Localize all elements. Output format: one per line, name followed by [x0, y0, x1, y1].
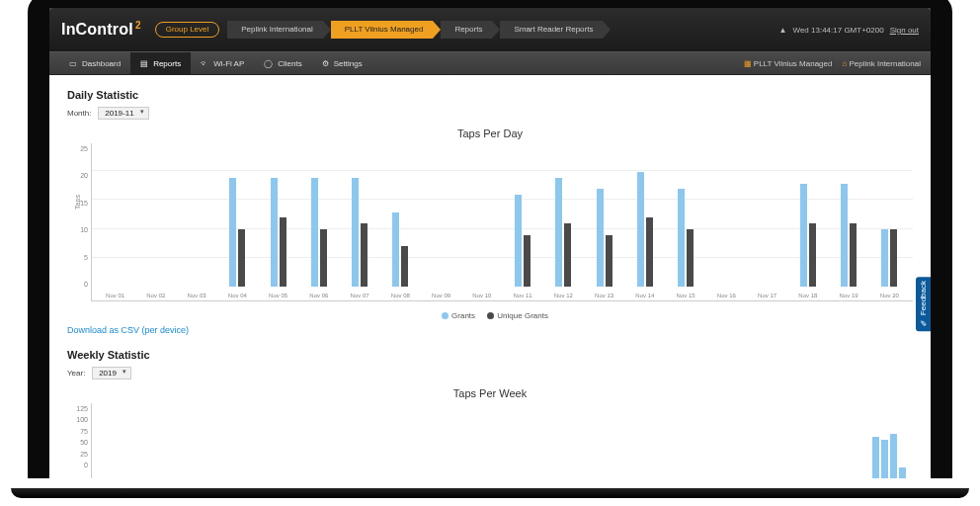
x-label: Nov 10: [462, 290, 501, 301]
bar-unique[interactable]: [687, 229, 694, 287]
bar-category: Nov 01: [96, 143, 134, 300]
brand-sup: 2: [135, 20, 141, 31]
x-label: Nov 19: [830, 290, 868, 301]
bar-grants[interactable]: [637, 172, 644, 287]
bar-unique[interactable]: [280, 217, 286, 287]
nav-icon: ᯤ: [201, 59, 208, 68]
breadcrumb-item[interactable]: Smart Reader Reports: [500, 21, 603, 39]
nav-dashboard[interactable]: ▭Dashboard: [59, 52, 130, 74]
month-select[interactable]: 2019-11: [98, 107, 148, 120]
bar-category: Nov 12: [544, 143, 583, 300]
bar-category: Nov 18: [788, 143, 827, 300]
feedback-tab[interactable]: ✎ Feedback: [916, 277, 931, 331]
bar-grants[interactable]: [311, 178, 318, 287]
bar-unique[interactable]: [564, 223, 571, 287]
nav-label: Reports: [153, 59, 181, 68]
breadcrumb-item[interactable]: Peplink International: [227, 21, 323, 39]
x-label: Nov 04: [218, 290, 257, 301]
bar-category: Nov 07: [341, 143, 379, 300]
bar-unique[interactable]: [320, 229, 327, 287]
signout-link[interactable]: Sign out: [890, 26, 919, 35]
nav-icon: ▭: [69, 59, 77, 68]
comment-icon: ✎: [919, 318, 928, 327]
year-label: Year:: [67, 369, 85, 378]
feedback-label: Feedback: [919, 281, 928, 315]
bar-unique[interactable]: [401, 246, 408, 287]
ytick: 100: [67, 416, 91, 423]
legend: Grants Unique Grants: [67, 311, 913, 320]
x-label: Nov 17: [748, 290, 786, 301]
nav-clients[interactable]: ◯Clients: [254, 52, 311, 74]
bar-category: Nov 06: [299, 143, 338, 300]
topbar: InControl2 Group LevelPeplink Internatio…: [49, 8, 931, 51]
bar-unique[interactable]: [646, 217, 653, 287]
nav-label: Settings: [334, 59, 363, 68]
bar-category: Nov 16: [707, 143, 746, 300]
bar-grants[interactable]: [229, 178, 236, 287]
bar-category: Nov 15: [667, 143, 705, 300]
weekly-chart-title: Taps Per Week: [67, 387, 913, 399]
topbar-right: ▲ Wed 13:44:17 GMT+0200 Sign out: [779, 26, 919, 35]
bar-grants[interactable]: [271, 178, 278, 287]
bar-category: Nov 03: [178, 143, 216, 300]
weekly-plot: [91, 403, 913, 478]
nav-settings[interactable]: ⚙Settings: [312, 52, 372, 74]
bar-grants[interactable]: [800, 184, 807, 287]
ytick: 0: [67, 462, 91, 468]
bar-category: Nov 05: [259, 143, 297, 300]
bar-unique[interactable]: [361, 223, 368, 287]
year-select[interactable]: 2019: [92, 367, 131, 380]
year-value: 2019: [99, 369, 117, 378]
bar-category: Nov 08: [381, 143, 420, 300]
bell-icon[interactable]: ▲: [779, 26, 787, 35]
x-label: Nov 08: [381, 290, 420, 301]
bar-grants[interactable]: [515, 195, 522, 287]
bar-category: Nov 02: [136, 143, 175, 300]
bar-unique[interactable]: [850, 223, 857, 287]
weekly-title: Weekly Statistic: [67, 349, 913, 361]
main-nav: ▭Dashboard▤ReportsᯤWi-Fi AP◯Clients⚙Sett…: [49, 51, 931, 75]
breadcrumb-item[interactable]: Group Level: [155, 22, 220, 38]
ytick: 75: [67, 428, 91, 435]
x-label: Nov 07: [341, 290, 379, 301]
bar-unique[interactable]: [606, 235, 612, 287]
x-label: Nov 12: [544, 290, 583, 301]
breadcrumb-item[interactable]: Reports: [441, 21, 492, 39]
bar-grants[interactable]: [392, 212, 399, 287]
nav-right-item[interactable]: ⌂ Peplink International: [842, 59, 921, 68]
bar-grants[interactable]: [555, 178, 562, 287]
month-label: Month:: [67, 109, 91, 118]
bar-unique[interactable]: [524, 235, 531, 287]
download-csv-link[interactable]: Download as CSV (per device): [67, 325, 189, 335]
bar-grants[interactable]: [678, 189, 685, 287]
ytick: 0: [67, 281, 91, 288]
bar-category: Nov 13: [585, 143, 623, 300]
x-label: Nov 14: [625, 290, 664, 301]
nav-right-item[interactable]: ▦ PLLT Vilnius Managed: [744, 59, 833, 68]
x-label: Nov 06: [299, 290, 338, 301]
nav-wi-fi-ap[interactable]: ᯤWi-Fi AP: [191, 52, 254, 74]
bar-unique[interactable]: [238, 229, 245, 287]
x-label: Nov 05: [259, 290, 297, 301]
nav-right-label: PLLT Vilnius Managed: [754, 59, 833, 68]
y-axis-label: Taps: [74, 195, 81, 210]
nav-reports[interactable]: ▤Reports: [130, 52, 191, 74]
bar-category: Nov 09: [422, 143, 460, 300]
bar-unique[interactable]: [890, 229, 897, 287]
bar-grants[interactable]: [352, 178, 359, 287]
x-label: Nov 13: [585, 290, 623, 301]
bar-category: Nov 19: [830, 143, 868, 300]
bar-grants[interactable]: [881, 229, 888, 287]
x-label: Nov 18: [788, 290, 827, 301]
breadcrumb-item[interactable]: PLLT Vilnius Managed: [331, 21, 434, 39]
x-label: Nov 15: [667, 290, 705, 301]
brand-logo[interactable]: InControl2: [61, 20, 141, 39]
bar-grants[interactable]: [841, 184, 848, 287]
daily-chart: Taps 2520151050 Nov 01Nov 02Nov 03Nov 04…: [67, 143, 913, 301]
breadcrumb: Group LevelPeplink InternationalPLLT Vil…: [155, 21, 612, 39]
bar-grants[interactable]: [597, 189, 604, 287]
bar-category: Nov 11: [504, 143, 542, 300]
laptop-base: [11, 488, 969, 498]
ytick: 5: [67, 254, 91, 261]
bar-unique[interactable]: [809, 223, 816, 287]
